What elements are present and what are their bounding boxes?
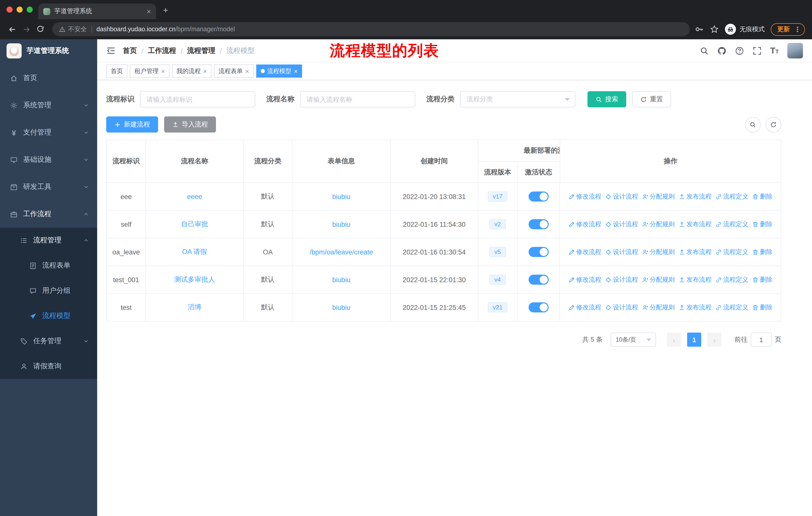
- search-button[interactable]: 搜索: [587, 91, 626, 107]
- close-icon[interactable]: ×: [161, 68, 165, 74]
- action-definition[interactable]: 流程定义: [715, 303, 748, 312]
- address-bar[interactable]: 不安全 dashboard.yudao.iocoder.cn /bpm/mana…: [52, 22, 690, 36]
- tag-process-form[interactable]: 流程表单×: [214, 64, 254, 78]
- bookmark-star-icon[interactable]: [710, 25, 719, 34]
- tag-tenant-mgmt[interactable]: 租户管理×: [130, 64, 169, 78]
- form-info-link[interactable]: biubiu: [332, 220, 350, 228]
- font-size-icon[interactable]: TT: [770, 46, 779, 55]
- zoom-window-button[interactable]: [27, 6, 33, 12]
- action-assign[interactable]: 分配规则: [642, 220, 675, 228]
- forward-button[interactable]: [19, 22, 33, 36]
- form-info-link[interactable]: biubiu: [332, 304, 350, 311]
- active-toggle[interactable]: [528, 219, 548, 229]
- page-1-button[interactable]: 1: [687, 332, 701, 347]
- action-assign[interactable]: 分配规则: [642, 192, 675, 201]
- back-button[interactable]: [5, 22, 19, 36]
- breadcrumb-process-mgmt[interactable]: 流程管理: [187, 46, 215, 55]
- tag-my-process[interactable]: 我的流程×: [172, 64, 211, 78]
- close-icon[interactable]: ×: [294, 68, 298, 74]
- process-name-link[interactable]: 自己审批: [181, 220, 208, 229]
- action-design[interactable]: 设计流程: [605, 192, 638, 201]
- category-select[interactable]: 流程分类: [460, 91, 575, 107]
- process-name-link[interactable]: OA 请假: [182, 247, 207, 256]
- action-assign[interactable]: 分配规则: [642, 248, 675, 256]
- active-toggle[interactable]: [528, 302, 548, 313]
- browser-update-button[interactable]: 更新 ⋮: [771, 23, 805, 35]
- tag-process-model[interactable]: 流程模型×: [256, 64, 302, 78]
- action-publish[interactable]: 发布流程: [678, 248, 712, 256]
- form-info-link[interactable]: /bpm/oa/leave/create: [310, 248, 373, 256]
- action-definition[interactable]: 流程定义: [715, 248, 748, 256]
- tab-close-icon[interactable]: ×: [146, 7, 151, 15]
- action-definition[interactable]: 流程定义: [715, 275, 748, 284]
- process-name-link[interactable]: 滔博: [188, 303, 201, 312]
- import-process-button[interactable]: 导入流程: [164, 116, 216, 133]
- sidebar-item-infrastructure[interactable]: 基础设施: [0, 146, 97, 173]
- action-publish[interactable]: 发布流程: [678, 303, 712, 312]
- action-delete[interactable]: 删除: [752, 303, 773, 312]
- search-icon[interactable]: [700, 46, 709, 55]
- sidebar-item-leave-query[interactable]: 请假查询: [0, 354, 97, 379]
- process-name-link[interactable]: 测试多审批人: [174, 275, 215, 284]
- menu-fold-icon[interactable]: [106, 46, 116, 55]
- avatar[interactable]: [787, 43, 803, 58]
- active-toggle[interactable]: [528, 191, 548, 201]
- reload-button[interactable]: [33, 22, 47, 36]
- action-design[interactable]: 设计流程: [605, 303, 638, 312]
- action-definition[interactable]: 流程定义: [715, 192, 748, 201]
- active-toggle[interactable]: [528, 275, 548, 285]
- toggle-search-button[interactable]: [745, 117, 761, 132]
- minimize-window-button[interactable]: [17, 6, 23, 12]
- browser-tab[interactable]: 芋道管理系统 ×: [38, 3, 156, 19]
- prev-page-button[interactable]: ‹: [667, 332, 681, 347]
- action-publish[interactable]: 发布流程: [678, 275, 712, 284]
- security-label[interactable]: 不安全: [68, 25, 87, 33]
- browser-menu-icon[interactable]: ⋮: [794, 26, 801, 33]
- active-toggle[interactable]: [528, 247, 548, 257]
- action-delete[interactable]: 删除: [752, 220, 773, 228]
- sidebar-item-home[interactable]: 首页: [0, 64, 97, 92]
- tag-home[interactable]: 首页: [106, 64, 127, 78]
- action-delete[interactable]: 删除: [752, 248, 773, 256]
- action-design[interactable]: 设计流程: [605, 275, 638, 284]
- process-name-link[interactable]: eeee: [187, 193, 202, 200]
- action-publish[interactable]: 发布流程: [678, 192, 712, 201]
- close-icon[interactable]: ×: [245, 68, 249, 74]
- sidebar-item-process-model[interactable]: 流程模型: [0, 303, 97, 329]
- action-definition[interactable]: 流程定义: [715, 220, 748, 228]
- action-edit[interactable]: 修改流程: [568, 192, 601, 201]
- page-size-select[interactable]: 10条/页: [611, 332, 656, 347]
- action-design[interactable]: 设计流程: [605, 220, 638, 228]
- sidebar-item-process-mgmt[interactable]: 流程管理: [0, 228, 97, 253]
- app-logo[interactable]: 芋道管理系统: [0, 39, 97, 62]
- breadcrumb-home[interactable]: 首页: [123, 46, 137, 55]
- action-edit[interactable]: 修改流程: [568, 275, 601, 284]
- form-info-link[interactable]: biubiu: [332, 276, 350, 283]
- action-assign[interactable]: 分配规则: [642, 303, 675, 312]
- action-assign[interactable]: 分配规则: [642, 275, 675, 284]
- github-icon[interactable]: [717, 46, 726, 55]
- process-name-input[interactable]: [300, 91, 415, 107]
- close-window-button[interactable]: [6, 6, 12, 12]
- goto-page-input[interactable]: [751, 332, 772, 347]
- action-publish[interactable]: 发布流程: [678, 220, 712, 228]
- breadcrumb-workflow[interactable]: 工作流程: [148, 46, 176, 55]
- sidebar-item-task-mgmt[interactable]: 任务管理: [0, 329, 97, 354]
- action-edit[interactable]: 修改流程: [568, 248, 601, 256]
- sidebar-item-payment-mgmt[interactable]: ¥ 支付管理: [0, 119, 97, 146]
- form-info-link[interactable]: biubiu: [332, 193, 350, 200]
- next-page-button[interactable]: ›: [707, 332, 721, 347]
- sidebar-item-process-form[interactable]: 流程表单: [0, 253, 97, 278]
- create-process-button[interactable]: 新建流程: [106, 116, 158, 133]
- password-key-icon[interactable]: [695, 25, 704, 34]
- sidebar-item-system-mgmt[interactable]: 系统管理: [0, 92, 97, 119]
- reset-button[interactable]: 重置: [632, 91, 671, 107]
- action-edit[interactable]: 修改流程: [568, 303, 601, 312]
- action-delete[interactable]: 删除: [752, 275, 773, 284]
- close-icon[interactable]: ×: [203, 68, 207, 74]
- sidebar-item-user-group[interactable]: 用户分组: [0, 278, 97, 303]
- refresh-table-button[interactable]: [766, 117, 781, 132]
- fullscreen-icon[interactable]: [753, 46, 762, 55]
- sidebar-item-workflow[interactable]: 工作流程: [0, 200, 97, 228]
- action-delete[interactable]: 删除: [752, 192, 773, 201]
